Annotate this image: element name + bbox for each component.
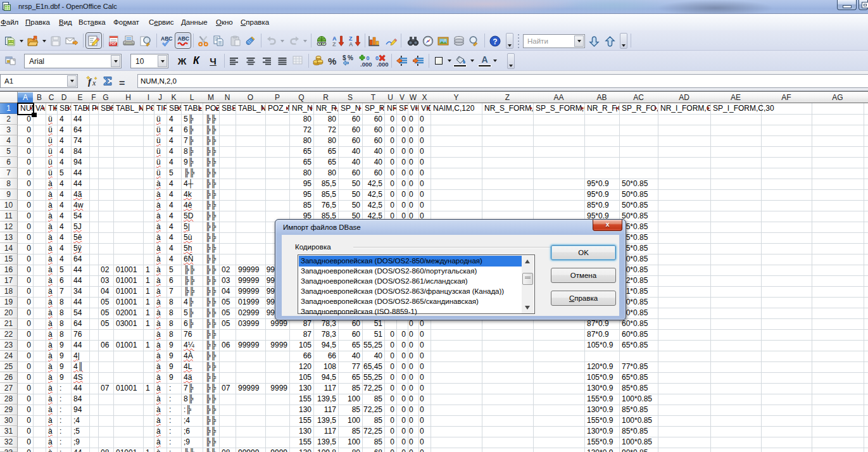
svg-text:Z: Z [332,41,336,47]
svg-text:ABC: ABC [161,35,172,42]
svg-text:PDF: PDF [110,42,117,46]
svg-text:%: % [348,54,353,61]
svg-text:?: ? [493,37,497,46]
svg-text:.000: .000 [377,61,389,68]
svg-text:.000: .000 [360,61,372,68]
svg-text:A: A [349,41,353,47]
svg-text:ABC: ABC [178,35,189,42]
